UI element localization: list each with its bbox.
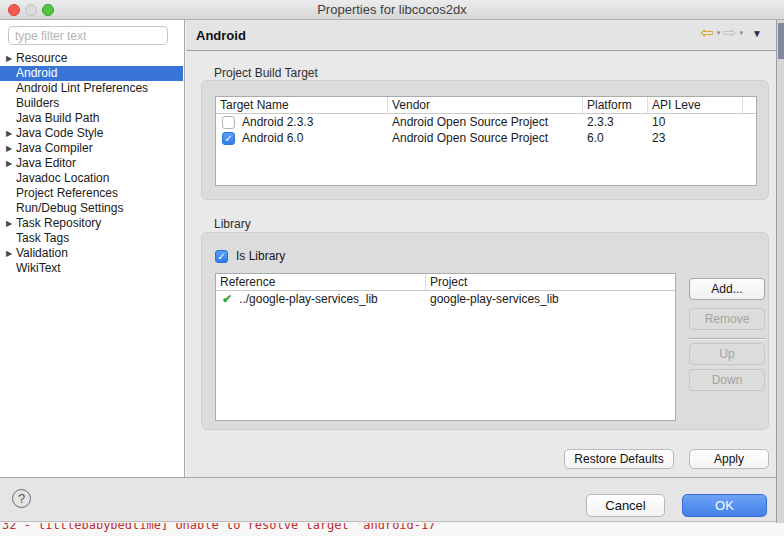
apply-button[interactable]: Apply <box>689 449 769 469</box>
column-header-spacer <box>743 97 756 113</box>
column-header-target-name[interactable]: Target Name <box>216 97 388 113</box>
sidebar-item-label: Java Compiler <box>16 141 93 156</box>
sidebar-item-label: Task Repository <box>16 216 101 231</box>
sidebar-item-task-repository[interactable]: ▶ Task Repository <box>0 216 183 231</box>
sidebar-item-validation[interactable]: ▶ Validation <box>0 246 183 261</box>
back-dropdown-icon[interactable]: ▾ <box>717 29 721 37</box>
target-name: Android 6.0 <box>242 131 303 145</box>
sidebar-item-label: Run/Debug Settings <box>16 201 123 216</box>
table-row[interactable]: ✓ Android 6.0 Android Open Source Projec… <box>216 130 756 146</box>
library-groupbox: ✓ Is Library Reference Project ✔ ../goog… <box>201 232 769 430</box>
sidebar-item-wikitext[interactable]: WikiText <box>0 261 183 276</box>
window-title: Properties for libcocos2dx <box>0 2 784 17</box>
platform: 6.0 <box>583 131 648 145</box>
page-content: Project Build Target Target Name Vendor … <box>186 51 776 477</box>
library-section-title: Library <box>214 217 251 231</box>
properties-sidebar: ▶ Resource Android Android Lint Preferen… <box>0 20 185 477</box>
build-target-table: Target Name Vendor Platform API Leve And… <box>215 96 757 186</box>
disclosure-triangle-icon[interactable]: ▶ <box>6 141 16 156</box>
column-header-vendor[interactable]: Vendor <box>388 97 583 113</box>
add-button[interactable]: Add... <box>689 278 765 300</box>
build-target-section-title: Project Build Target <box>214 66 318 80</box>
target-name: Android 2.3.3 <box>242 115 313 129</box>
screen: Properties for libcocos2dx ▶ Resource An… <box>0 0 784 536</box>
sidebar-item-java-editor[interactable]: ▶ Java Editor <box>0 156 183 171</box>
is-library-checkbox[interactable]: ✓ <box>215 250 228 263</box>
sidebar-item-label: Android <box>16 66 57 81</box>
sidebar-item-label: Javadoc Location <box>16 171 109 186</box>
sidebar-item-label: Task Tags <box>16 231 69 246</box>
column-header-project[interactable]: Project <box>426 274 675 290</box>
disclosure-triangle-icon[interactable]: ▶ <box>6 246 16 261</box>
sidebar-item-label: WikiText <box>16 261 61 276</box>
filter-input[interactable] <box>8 26 168 45</box>
disclosure-triangle-icon[interactable]: ▶ <box>6 216 16 231</box>
sidebar-item-run-debug-settings[interactable]: Run/Debug Settings <box>0 201 183 216</box>
build-target-table-header: Target Name Vendor Platform API Leve <box>216 97 756 114</box>
sidebar-item-task-tags[interactable]: Task Tags <box>0 231 183 246</box>
forward-dropdown-icon[interactable]: ▾ <box>740 29 744 37</box>
library-table: Reference Project ✔ ../google-play-servi… <box>215 273 676 421</box>
ok-button[interactable]: OK <box>682 494 767 517</box>
column-header-api-level[interactable]: API Leve <box>648 97 743 113</box>
resolved-check-icon: ✔ <box>222 292 232 306</box>
sidebar-item-label: Java Editor <box>16 156 76 171</box>
vendor: Android Open Source Project <box>388 131 583 145</box>
sidebar-item-builders[interactable]: Builders <box>0 96 183 111</box>
back-arrow-icon[interactable]: ⇦ <box>700 25 713 41</box>
button-separator <box>689 338 765 340</box>
sidebar-item-android-lint-preferences[interactable]: Android Lint Preferences <box>0 81 183 96</box>
library-table-header: Reference Project <box>216 274 675 291</box>
remove-button: Remove <box>689 308 765 330</box>
sidebar-item-project-references[interactable]: Project References <box>0 186 183 201</box>
down-button: Down <box>689 369 765 391</box>
table-row[interactable]: ✔ ../google-play-services_lib google-pla… <box>216 291 675 307</box>
help-icon[interactable]: ? <box>12 489 31 508</box>
column-header-reference[interactable]: Reference <box>216 274 426 290</box>
page-header: Android ⇦ ▾ ⇨ ▾ ▼ <box>186 20 776 51</box>
table-row[interactable]: Android 2.3.3 Android Open Source Projec… <box>216 114 756 130</box>
column-header-platform[interactable]: Platform <box>583 97 648 113</box>
up-button: Up <box>689 343 765 365</box>
header-nav: ⇦ ▾ ⇨ ▾ ▼ <box>700 25 762 41</box>
library-reference: ../google-play-services_lib <box>239 292 378 306</box>
checkbox-android-2-3-3[interactable] <box>222 116 235 129</box>
disclosure-triangle-icon[interactable]: ▶ <box>6 51 16 66</box>
sidebar-item-label: Java Code Style <box>16 126 103 141</box>
sidebar-item-resource[interactable]: ▶ Resource <box>0 51 183 66</box>
cancel-button[interactable]: Cancel <box>586 494 665 517</box>
dialog-button-bar: ? Cancel OK <box>0 477 776 522</box>
view-menu-icon[interactable]: ▼ <box>752 28 762 39</box>
forward-arrow-icon[interactable]: ⇨ <box>723 25 736 41</box>
page-title: Android <box>196 28 246 43</box>
is-library-label: Is Library <box>236 249 285 263</box>
build-target-groupbox: Target Name Vendor Platform API Leve And… <box>201 80 769 200</box>
disclosure-triangle-icon[interactable]: ▶ <box>6 156 16 171</box>
api-level: 23 <box>648 131 743 145</box>
restore-defaults-button[interactable]: Restore Defaults <box>564 449 674 469</box>
platform: 2.3.3 <box>583 115 648 129</box>
console-error-text: 32 - littlebabybedtime] Unable to resolv… <box>0 523 784 532</box>
sidebar-item-java-code-style[interactable]: ▶ Java Code Style <box>0 126 183 141</box>
is-library-row: ✓ Is Library <box>215 249 285 263</box>
disclosure-triangle-icon[interactable]: ▶ <box>6 126 16 141</box>
console-output: 32 - littlebabybedtime] Unable to resolv… <box>0 523 784 536</box>
checkbox-android-6-0[interactable]: ✓ <box>222 132 235 145</box>
sidebar-item-label: Android Lint Preferences <box>16 81 148 96</box>
title-bar: Properties for libcocos2dx <box>0 0 784 20</box>
vendor: Android Open Source Project <box>388 115 583 129</box>
properties-tree: ▶ Resource Android Android Lint Preferen… <box>0 51 183 276</box>
api-level: 10 <box>648 115 743 129</box>
sidebar-item-javadoc-location[interactable]: Javadoc Location <box>0 171 183 186</box>
sidebar-item-label: Project References <box>16 186 118 201</box>
library-project: google-play-services_lib <box>426 292 675 306</box>
sidebar-item-label: Java Build Path <box>16 111 99 126</box>
sidebar-item-java-build-path[interactable]: Java Build Path <box>0 111 183 126</box>
sidebar-item-label: Resource <box>16 51 67 66</box>
background-window-edge <box>776 20 784 523</box>
main-panel: Android ⇦ ▾ ⇨ ▾ ▼ Project Build Target T… <box>186 20 776 477</box>
sidebar-item-java-compiler[interactable]: ▶ Java Compiler <box>0 141 183 156</box>
sidebar-item-android[interactable]: Android <box>0 66 183 81</box>
sidebar-item-label: Builders <box>16 96 59 111</box>
background-window-fragment <box>778 23 784 59</box>
